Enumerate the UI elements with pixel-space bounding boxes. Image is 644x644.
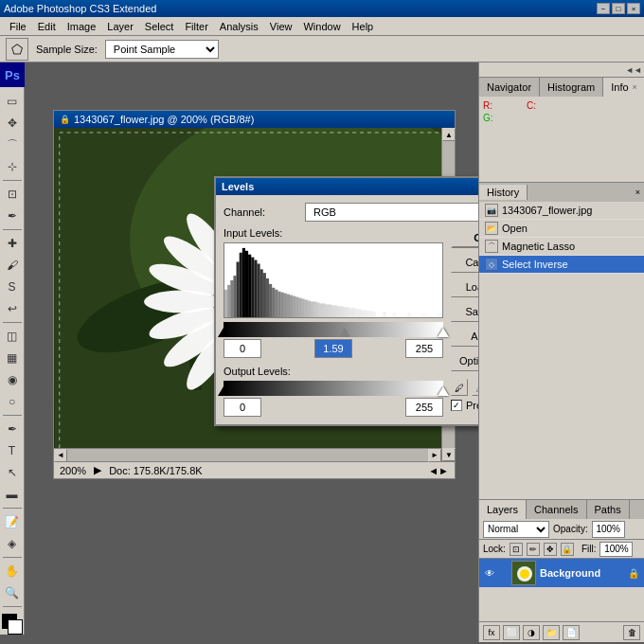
output-max-field[interactable]	[405, 398, 443, 417]
tool-path-select[interactable]: ↖	[2, 462, 23, 483]
tool-shape[interactable]: ▬	[2, 484, 23, 505]
menu-file[interactable]: File	[4, 19, 32, 34]
layer-new-btn[interactable]: 📄	[563, 625, 580, 640]
save-button[interactable]: Save...	[451, 301, 478, 322]
lock-image-btn[interactable]: ✏	[527, 543, 540, 556]
output-min-field[interactable]	[224, 398, 261, 417]
input-min-field[interactable]	[224, 339, 261, 358]
tool-text[interactable]: T	[2, 440, 23, 461]
options-button[interactable]: Options...	[451, 350, 478, 371]
opacity-field[interactable]	[592, 521, 625, 538]
zoom-level: 200%	[60, 465, 86, 476]
tool-move[interactable]: ✥	[2, 113, 23, 134]
cancel-button[interactable]: Cancel	[451, 252, 478, 273]
nav-arrows[interactable]: ◄►	[428, 465, 449, 476]
close-button[interactable]: ×	[627, 3, 640, 14]
layer-adjustment-btn[interactable]: ◑	[523, 625, 540, 640]
tool-icon[interactable]: ⬠	[6, 38, 28, 61]
lock-all-btn[interactable]: 🔒	[561, 543, 574, 556]
tool-eyedropper2[interactable]: ◈	[2, 533, 23, 554]
black-point-eyedropper[interactable]: 🖊	[451, 379, 468, 396]
input-slider-white[interactable]	[438, 328, 449, 337]
scroll-up-btn[interactable]: ▲	[442, 128, 456, 141]
tool-lasso[interactable]: ⌒	[2, 134, 23, 155]
menu-layer[interactable]: Layer	[101, 19, 139, 34]
tool-marquee[interactable]: ▭	[2, 91, 23, 112]
tab-histogram[interactable]: Histogram	[540, 78, 603, 97]
background-color[interactable]	[8, 619, 23, 635]
menu-filter[interactable]: Filter	[179, 19, 213, 34]
layer-background[interactable]: 👁 Background 🔒	[479, 559, 644, 587]
history-item-open[interactable]: 📂 Open	[479, 220, 644, 238]
scroll-right-btn[interactable]: ►	[428, 449, 441, 462]
tab-paths[interactable]: Paths	[587, 500, 630, 519]
layer-delete-btn[interactable]: 🗑	[623, 625, 640, 640]
ok-button[interactable]: OK	[451, 227, 478, 248]
history-icon-lasso: ⌒	[485, 240, 498, 253]
info-tab-close[interactable]: ×	[633, 82, 637, 92]
tool-dodge[interactable]: ○	[2, 391, 23, 412]
menu-edit[interactable]: Edit	[32, 19, 62, 34]
color-picker[interactable]	[2, 614, 23, 635]
lock-transparent-btn[interactable]: ⊡	[510, 543, 523, 556]
tool-clone[interactable]: S	[2, 277, 23, 297]
tool-gradient[interactable]: ▦	[2, 348, 23, 368]
tab-channels[interactable]: Channels	[527, 500, 586, 519]
layer-style-btn[interactable]: fx	[483, 625, 500, 640]
tool-eyedropper[interactable]: ✒	[2, 206, 23, 226]
menu-select[interactable]: Select	[139, 19, 180, 34]
tool-brush[interactable]: 🖌	[2, 255, 23, 276]
panel-collapse-bar[interactable]: ◄◄	[479, 63, 644, 78]
tab-navigator[interactable]: Navigator	[479, 78, 540, 97]
tab-info[interactable]: Info ×	[603, 78, 644, 97]
input-slider-black[interactable]	[218, 328, 229, 337]
menu-help[interactable]: Help	[347, 19, 380, 34]
scroll-left-btn[interactable]: ◄	[54, 449, 67, 462]
input-max-field[interactable]	[405, 339, 443, 358]
svg-rect-55	[281, 293, 284, 317]
history-panel-close[interactable]: ×	[635, 188, 640, 197]
tool-notes[interactable]: 📝	[2, 511, 23, 532]
menu-window[interactable]: Window	[297, 19, 346, 34]
horizontal-scrollbar[interactable]: ◄ ►	[54, 448, 441, 461]
fill-field[interactable]	[599, 542, 633, 557]
tool-history-brush[interactable]: ↩	[2, 298, 23, 319]
tool-zoom[interactable]: 🔍	[2, 582, 23, 603]
tool-healing[interactable]: ✚	[2, 233, 23, 254]
tab-history[interactable]: History	[479, 185, 528, 200]
layer-visibility-eye[interactable]: 👁	[483, 566, 496, 580]
input-mid-field[interactable]	[314, 339, 352, 358]
minimize-button[interactable]: −	[597, 3, 610, 14]
layer-group-btn[interactable]: 📁	[543, 625, 560, 640]
output-slider-black[interactable]	[218, 386, 229, 396]
scroll-down-btn[interactable]: ▼	[442, 448, 456, 461]
tool-magic-wand[interactable]: ⊹	[2, 156, 23, 177]
input-slider-mid[interactable]	[339, 328, 350, 337]
history-item-select-inverse[interactable]: ◇ Select Inverse	[479, 256, 644, 274]
tool-blur[interactable]: ◉	[2, 369, 23, 390]
sample-size-select[interactable]: Point Sample 3 by 3 Average 5 by 5 Avera…	[105, 40, 219, 59]
maximize-button[interactable]: □	[612, 3, 625, 14]
history-item-open-file[interactable]: 📷 1343067_flower.jpg	[479, 202, 644, 220]
tab-layers[interactable]: Layers	[479, 500, 527, 519]
tool-hand[interactable]: ✋	[2, 561, 23, 581]
input-slider[interactable]	[224, 322, 443, 337]
output-slider[interactable]	[224, 381, 443, 396]
output-slider-white[interactable]	[438, 386, 449, 396]
layer-mask-btn[interactable]: ⬜	[503, 625, 520, 640]
menu-view[interactable]: View	[264, 19, 298, 34]
lock-position-btn[interactable]: ✥	[544, 543, 557, 556]
preview-checkbox[interactable]: ✓	[451, 400, 462, 411]
load-button[interactable]: Load...	[451, 277, 478, 297]
history-item-lasso[interactable]: ⌒ Magnetic Lasso	[479, 238, 644, 256]
blend-mode-select[interactable]: Normal	[483, 521, 549, 538]
tool-eraser[interactable]: ◫	[2, 326, 23, 347]
channel-select[interactable]: RGB Red Green Blue	[305, 203, 478, 222]
auto-button[interactable]: Auto	[451, 326, 478, 347]
menu-image[interactable]: Image	[62, 19, 102, 34]
menu-analysis[interactable]: Analysis	[214, 19, 264, 34]
collapse-arrows[interactable]: ◄◄	[625, 65, 642, 75]
tool-pen[interactable]: ✒	[2, 419, 23, 439]
tool-crop[interactable]: ⊡	[2, 184, 23, 205]
gray-point-eyedropper[interactable]: 🖊	[472, 379, 478, 396]
